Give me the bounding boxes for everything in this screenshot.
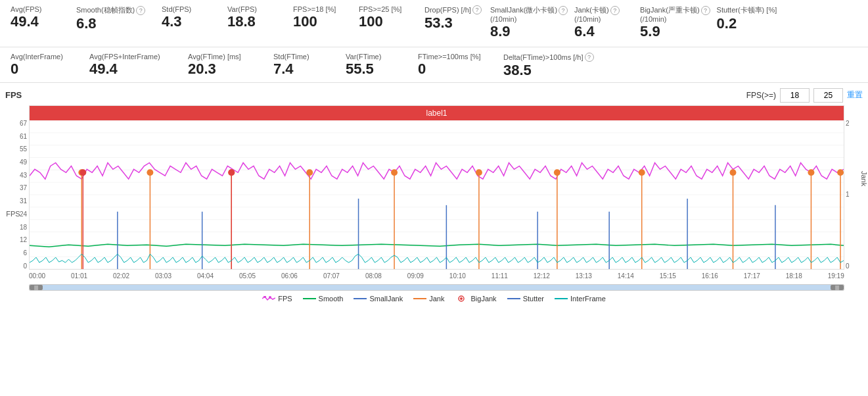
y-right-1: 1 (846, 191, 850, 198)
y-label-31: 31 (20, 197, 27, 205)
stat-stutter: Stutter(卡顿率) [%] 0.2 (717, 5, 796, 32)
x-label-19: 19:19 (828, 272, 844, 280)
jank-help-icon[interactable]: ? (610, 6, 620, 15)
stat-smooth-label: Smooth(稳帧指数) ? (76, 5, 145, 15)
stat-avg-fps-interframe-value: 49.4 (89, 61, 118, 78)
fps-gte-label: FPS(>=) (746, 91, 776, 100)
stat-delta-ftime-value: 38.5 (503, 62, 532, 79)
smooth-help-icon[interactable]: ? (136, 6, 145, 15)
stat-var-ftime: Var(FTime) 55.5 (346, 53, 411, 78)
stat-jank-value: 6.4 (574, 23, 595, 40)
fps-25-input[interactable] (813, 88, 843, 103)
x-label-10: 10:10 (449, 272, 466, 280)
jank-dot-10 (808, 169, 814, 176)
stat-bigjank: BigJank(严重卡顿) ? (/10min) 5.9 (640, 5, 710, 40)
legend-smalljank-label: SmallJank (369, 295, 403, 303)
x-label-15: 15:15 (660, 272, 676, 280)
delta-ftime-help-icon[interactable]: ? (585, 53, 594, 62)
chart-wrapper: 67 61 55 49 43 37 31 24 18 12 6 0 FPS la… (5, 105, 863, 283)
stat-avg-interframe: Avg(InterFrame) 0 (11, 53, 83, 78)
legend-jank: Jank (413, 295, 444, 303)
interframe-line (30, 254, 844, 262)
x-label-1: 01:01 (71, 272, 87, 280)
stats-divider-1 (0, 47, 868, 47)
stat-fps25-label: FPS>=25 [%] (359, 5, 401, 13)
stat-jank-label: Jank(卡顿) ? (/10min) (574, 5, 620, 23)
y-label-12: 12 (20, 236, 27, 243)
y-label-55: 55 (20, 145, 27, 153)
legend-smooth: Smooth (303, 295, 344, 303)
jank-legend-icon (413, 298, 426, 299)
chart-legend: FPS Smooth SmallJank Jank BigJank Stutte… (5, 291, 863, 305)
stat-std-fps-label: Std(FPS) (162, 5, 191, 13)
stat-jank: Jank(卡顿) ? (/10min) 6.4 (574, 5, 633, 40)
stat-avg-ftime: Avg(FTime) [ms] 20.3 (188, 53, 267, 78)
x-label-0: 00:00 (29, 272, 45, 280)
stats-section-row1: Avg(FPS) 49.4 Smooth(稳帧指数) ? 6.8 Std(FPS… (0, 0, 868, 44)
x-label-2: 02:02 (113, 272, 129, 280)
stat-avg-ftime-label: Avg(FTime) [ms] (188, 53, 241, 61)
y-right-0: 0 (846, 262, 850, 270)
jank-dot-9 (730, 169, 737, 176)
stat-std-ftime: Std(FTime) 7.4 (273, 53, 339, 78)
legend-bigjank-label: BigJank (470, 295, 496, 303)
scrollbar-left-handle[interactable]: ||| (30, 285, 43, 290)
scrollbar-right-handle[interactable]: ||| (831, 285, 844, 290)
stat-var-ftime-label: Var(FTime) (346, 53, 381, 61)
chart-header: FPS FPS(>=) 重置 (5, 88, 863, 103)
stat-avg-fps-interframe: Avg(FPS+InterFrame) 49.4 (89, 53, 181, 78)
jank-dot-2 (147, 169, 153, 176)
stutter-legend-icon (507, 298, 520, 299)
stat-delta-ftime-label: Delta(FTime)>100ms [/h] ? (503, 53, 594, 62)
jank-dot-5 (391, 169, 398, 176)
chart-section: FPS FPS(>=) 重置 67 61 55 49 43 37 31 24 1… (0, 86, 868, 305)
x-label-12: 12:12 (534, 272, 550, 280)
jank-dot-4 (306, 169, 313, 176)
legend-jank-label: Jank (429, 295, 444, 303)
fps-18-input[interactable] (780, 88, 810, 103)
y-label-6: 6 (23, 249, 27, 257)
stat-avg-ftime-value: 20.3 (188, 61, 216, 78)
stat-smooth: Smooth(稳帧指数) ? 6.8 (76, 5, 155, 32)
x-axis: 00:00 01:01 02:02 03:03 04:04 05:05 06:0… (29, 270, 844, 283)
stats-row-1: Avg(FPS) 49.4 Smooth(稳帧指数) ? 6.8 Std(FPS… (11, 5, 857, 40)
svg-point-16 (460, 297, 463, 300)
chart-scrollbar[interactable]: ||| ||| (29, 284, 844, 291)
legend-stutter-label: Stutter (523, 295, 544, 303)
stat-var-fps-label: Var(FPS) (227, 5, 257, 13)
stat-avg-fps-label: Avg(FPS) (11, 5, 41, 13)
x-label-11: 11:11 (491, 272, 508, 280)
y-label-18: 18 (20, 224, 27, 231)
smalljank-help-icon[interactable]: ? (559, 6, 568, 15)
scrollbar-track[interactable] (43, 285, 831, 290)
chart-svg (30, 120, 844, 269)
chart-svg-container[interactable]: label1 (29, 105, 844, 270)
drop-fps-help-icon[interactable]: ? (472, 5, 482, 14)
stat-smalljank-label: SmallJank(微小卡顿) ? (/10min) (490, 5, 568, 23)
jank-dot-7 (554, 169, 560, 176)
x-label-5: 05:05 (239, 272, 256, 280)
y-label-61: 61 (20, 133, 27, 140)
stat-drop-fps-value: 53.3 (424, 14, 453, 32)
legend-interframe: InterFrame (555, 295, 606, 303)
legend-bigjank: BigJank (455, 295, 496, 303)
jank-dot-11 (837, 169, 844, 176)
stat-stutter-value: 0.2 (717, 15, 737, 32)
legend-fps: FPS (262, 295, 292, 303)
stats-row-2: Avg(InterFrame) 0 Avg(FPS+InterFrame) 49… (11, 53, 857, 79)
smooth-legend-icon (303, 298, 316, 299)
stat-fps18-label: FPS>=18 [%] (293, 5, 336, 13)
bigjank-help-icon[interactable]: ? (701, 6, 710, 15)
x-label-9: 09:09 (407, 272, 424, 280)
stat-bigjank-value: 5.9 (640, 23, 660, 40)
stats-divider-2 (0, 82, 868, 83)
stat-ftime-100-label: FTime>=100ms [%] (418, 53, 481, 61)
y-label-43: 43 (20, 172, 27, 179)
jank-dot-8 (639, 169, 645, 176)
stat-var-fps-value: 18.8 (227, 13, 256, 30)
legend-smalljank: SmallJank (354, 295, 403, 303)
stat-avg-fps-value: 49.4 (11, 13, 39, 30)
reset-button[interactable]: 重置 (847, 89, 863, 101)
stat-smalljank-value: 8.9 (490, 23, 511, 40)
y-right-2: 2 (846, 120, 850, 127)
